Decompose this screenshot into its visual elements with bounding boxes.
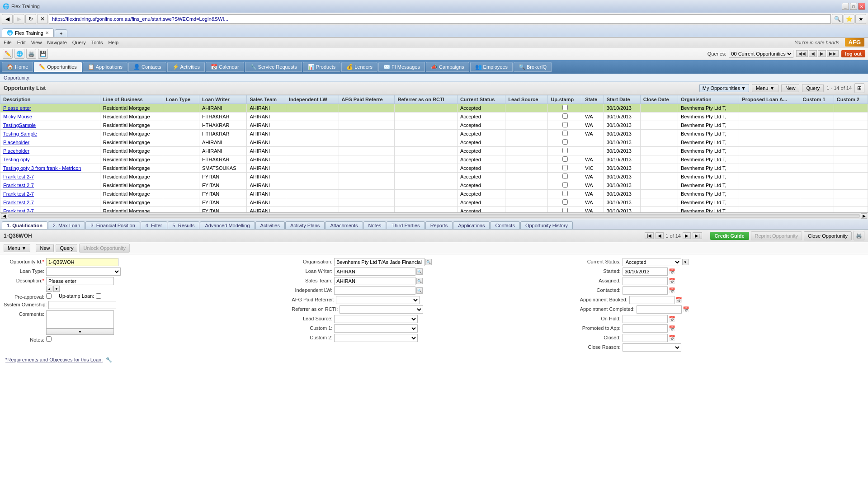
next-page-button[interactable]: ▶▶: [827, 50, 839, 57]
cell-upstamp[interactable]: [548, 181, 582, 190]
comments-textarea[interactable]: [46, 310, 114, 328]
browser-tab-active[interactable]: 🌐 Flex Training ✕: [2, 28, 54, 37]
list-new-button[interactable]: New: [781, 84, 799, 92]
nav-tab-calendar[interactable]: 📅 Calendar: [206, 62, 244, 72]
title-bar-controls[interactable]: _ □ ✕: [842, 3, 865, 10]
bottom-tab-1.-qualification[interactable]: 1. Qualification: [2, 221, 47, 229]
contacted-calendar-icon[interactable]: 📅: [669, 287, 675, 294]
next-button[interactable]: ▶: [818, 50, 826, 57]
loan-type-select[interactable]: [46, 267, 121, 276]
assigned-calendar-icon[interactable]: 📅: [669, 278, 675, 284]
close-reason-select[interactable]: [623, 343, 681, 352]
nav-tab-opportunities[interactable]: ✏️ Opportunities: [34, 62, 81, 72]
bottom-tab-third-parties[interactable]: Third Parties: [387, 221, 425, 229]
table-row[interactable]: Testing SampleResidential MortgageHTHAKR…: [0, 130, 868, 138]
nav-tab-home[interactable]: 🏠 Home: [2, 62, 33, 72]
bottom-tab-4.-filter[interactable]: 4. Filter: [141, 221, 167, 229]
detail-last-button[interactable]: ▶|: [693, 232, 702, 239]
cell-upstamp[interactable]: [548, 147, 582, 155]
bottom-tab-contacts[interactable]: Contacts: [490, 221, 519, 229]
detail-prev-button[interactable]: ◀: [656, 232, 664, 239]
lw-lookup-btn[interactable]: 🔍: [416, 268, 423, 275]
table-row[interactable]: Testing opty 3 from frank - MetriconResi…: [0, 164, 868, 173]
started-input[interactable]: [623, 267, 668, 276]
status-dropdown-btn[interactable]: ▼: [682, 259, 689, 265]
detail-first-button[interactable]: |◀: [645, 232, 654, 239]
cell-upstamp[interactable]: [548, 104, 582, 113]
nav-tab-brokeriq[interactable]: 🔍 BrokerIQ: [514, 62, 552, 72]
desc-scroll-down[interactable]: ▼: [53, 286, 60, 292]
bottom-tab-activity-plans[interactable]: Activity Plans: [285, 221, 325, 229]
close-button[interactable]: ✕: [858, 3, 865, 10]
menu-tools[interactable]: Tools: [91, 40, 103, 45]
appt-completed-input[interactable]: [637, 305, 682, 314]
col-loan-amount[interactable]: Proposed Loan A...: [739, 95, 800, 104]
description-input[interactable]: [46, 277, 114, 285]
ind-lw-input[interactable]: [334, 286, 415, 295]
col-sales-team[interactable]: Sales Team: [247, 95, 286, 104]
refresh-button[interactable]: ↻: [25, 14, 36, 24]
toolbar-icon-3[interactable]: 🖨️: [26, 49, 36, 59]
comments-scroll[interactable]: ▼: [46, 328, 114, 335]
forward-button[interactable]: ▶: [14, 14, 24, 24]
cell-desc[interactable]: Frank test 2-7: [0, 173, 100, 181]
custom2-select[interactable]: [334, 334, 418, 342]
bottom-tab-applications[interactable]: Applications: [453, 221, 490, 229]
detail-new-button[interactable]: New: [36, 244, 54, 252]
table-row[interactable]: Micky MouseResidential MortgageHTHAKRARA…: [0, 113, 868, 121]
col-upstamp[interactable]: Up-stamp: [548, 95, 582, 104]
detail-next-button[interactable]: ▶: [683, 232, 691, 239]
col-description[interactable]: Description: [0, 95, 100, 104]
upstamp-loan-checkbox[interactable]: [96, 293, 101, 299]
cell-upstamp[interactable]: [548, 207, 582, 213]
unlock-opportunity-button[interactable]: Unlock Opportunity: [79, 244, 130, 253]
cell-desc[interactable]: TestingSample: [0, 121, 100, 130]
pre-approval-checkbox[interactable]: [46, 293, 52, 299]
cell-upstamp[interactable]: [548, 138, 582, 147]
nav-tab-employees[interactable]: 👥 Employees: [470, 62, 513, 72]
menu-edit[interactable]: Edit: [17, 40, 26, 45]
menu-file[interactable]: File: [4, 40, 12, 45]
cell-desc[interactable]: Please enter: [0, 104, 100, 113]
col-custom2[interactable]: Custom 2: [834, 95, 868, 104]
loan-writer-input[interactable]: [334, 267, 415, 276]
col-lead[interactable]: Lead Source: [505, 95, 548, 104]
table-row[interactable]: PlaceholderResidential MortgageAHIRANIAH…: [0, 138, 868, 147]
menu-query[interactable]: Query: [72, 40, 86, 45]
bottom-tab-3.-financial-position[interactable]: 3. Financial Position: [85, 221, 140, 229]
custom1-select[interactable]: [334, 324, 418, 333]
tab-close-button[interactable]: ✕: [45, 30, 49, 35]
col-loan-type[interactable]: Loan Type: [163, 95, 199, 104]
cell-desc[interactable]: Frank test 2-7: [0, 181, 100, 190]
cell-upstamp[interactable]: [548, 164, 582, 173]
cell-desc[interactable]: Testing opty: [0, 155, 100, 164]
on-hold-calendar-icon[interactable]: 📅: [669, 316, 675, 322]
col-close[interactable]: Close Date: [640, 95, 678, 104]
detail-query-button[interactable]: Query: [56, 244, 77, 252]
cell-upstamp[interactable]: [548, 173, 582, 181]
lead-source-select[interactable]: [334, 315, 418, 323]
cell-desc[interactable]: Frank test 2-7: [0, 190, 100, 198]
col-loan-writer[interactable]: Loan Writer: [199, 95, 246, 104]
toolbar-icon-1[interactable]: ✏️: [3, 49, 13, 59]
bookmark-button[interactable]: ★: [855, 14, 866, 24]
search-button[interactable]: 🔍: [832, 14, 843, 24]
system-ownership-input[interactable]: [48, 301, 116, 309]
current-status-select[interactable]: Accepted: [623, 258, 681, 266]
col-start[interactable]: Start Date: [604, 95, 640, 104]
col-ind-lw[interactable]: Independent LW: [286, 95, 339, 104]
cell-desc[interactable]: Placeholder: [0, 138, 100, 147]
cell-upstamp[interactable]: [548, 121, 582, 130]
appt-booked-input[interactable]: [629, 296, 675, 304]
horizontal-scrollbar[interactable]: ◀ ▶: [0, 212, 868, 219]
cell-upstamp[interactable]: [548, 130, 582, 138]
started-calendar-icon[interactable]: 📅: [669, 268, 675, 275]
back-button[interactable]: ◀: [2, 14, 13, 24]
org-lookup-btn[interactable]: 🔍: [425, 259, 432, 265]
col-lob[interactable]: Line of Business: [100, 95, 163, 104]
menu-view[interactable]: View: [31, 40, 42, 45]
col-afg-ref[interactable]: AFG Paid Referre: [339, 95, 395, 104]
nav-tab-contacts[interactable]: 👤 Contacts: [128, 62, 166, 72]
organisation-input[interactable]: [334, 258, 425, 266]
cell-desc[interactable]: Frank test 2-7: [0, 207, 100, 213]
